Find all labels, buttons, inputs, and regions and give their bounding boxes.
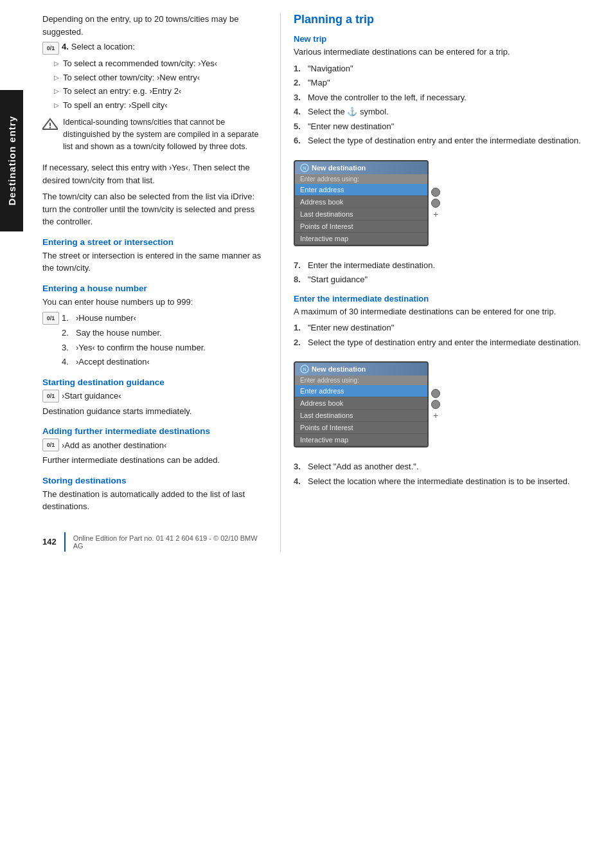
svg-text:N: N xyxy=(303,166,306,170)
right-column: Planning a trip New trip Various interme… xyxy=(280,13,594,552)
ctrl-plus-icon: + xyxy=(433,210,438,219)
svg-text:N: N xyxy=(303,367,306,372)
steps-7-8: 7. Enter the intermediate destination. 8… xyxy=(294,259,594,286)
enter-intermediate-intro: A maximum of 30 intermediate destination… xyxy=(294,305,594,318)
starting-step: ›Start guidance‹ xyxy=(62,391,121,401)
page-number: 142 xyxy=(42,537,57,547)
street-text: The street or intersection is entered in… xyxy=(42,249,267,275)
idrive-icon-step4: 0/1 xyxy=(42,42,59,55)
svg-point-2 xyxy=(49,127,51,128)
main-heading: Planning a trip xyxy=(294,13,594,26)
screen1-item-enter-address: Enter address xyxy=(295,184,427,196)
idrive-icon-start: 0/1 xyxy=(42,390,59,402)
screen2-title: New destination xyxy=(312,365,366,373)
right-step-7: 7. Enter the intermediate destination. xyxy=(294,259,594,272)
step4-text: Select a location: xyxy=(71,42,135,51)
right-step-4b: 4. Select the location where the interme… xyxy=(294,475,594,488)
screen1-item-address-book: Address book xyxy=(295,196,427,208)
screen-mockup-2-container: N New destination Enter address using: E… xyxy=(294,355,594,454)
steps-3-4-right: 3. Select "Add as another dest.". 4. Sel… xyxy=(294,460,594,487)
screen2-item-address-book: Address book xyxy=(295,397,427,410)
screen1-subtitle: Enter address using: xyxy=(295,174,427,184)
screen2-item-map: Interactive map xyxy=(295,434,427,446)
house-step-3: 3. ›Yes‹ to confirm the house number. xyxy=(42,341,267,354)
sidebar-label: Destination entry xyxy=(0,90,23,231)
screen2-side-controls: + xyxy=(431,389,440,420)
note-text-3: The town/city can also be selected from … xyxy=(42,190,267,228)
ctrl-btn-left-2 xyxy=(431,389,440,398)
screen2-item-poi: Points of Interest xyxy=(295,422,427,434)
ctrl-btn-right xyxy=(431,199,440,208)
screen1-side-controls: + xyxy=(431,188,440,219)
screen-mockup-1: N New destination Enter address using: E… xyxy=(294,160,429,246)
bullet-item-new: To select other town/city: ›New entry‹ xyxy=(54,71,267,84)
storing-text: The destination is automatically added t… xyxy=(42,488,267,513)
right-step-6: 6. Select the type of destination entry … xyxy=(294,134,594,147)
adding-heading: Adding further intermediate destinations xyxy=(42,426,267,436)
ctrl-plus-icon-2: + xyxy=(433,411,438,420)
right-step-3b: 3. Select "Add as another dest.". xyxy=(294,460,594,473)
right-step-1: 1. "Navigation" xyxy=(294,62,594,75)
note-text-2: If necessary, select this entry with ›Ye… xyxy=(42,161,267,186)
note-triangle-icon xyxy=(42,116,58,132)
note-text-1: Identical-sounding towns/cities that can… xyxy=(63,116,267,152)
screen2-menu: Enter address Address book Last destinat… xyxy=(295,385,427,446)
house-step-1: 0/1 1. ›House number‹ xyxy=(42,312,267,325)
footer-divider xyxy=(64,532,66,552)
enter-intermediate-steps: 1. "Enter new destination" 2. Select the… xyxy=(294,321,594,348)
right-step-5: 5. "Enter new destination" xyxy=(294,120,594,133)
intro-text: Depending on the entry, up to 20 towns/c… xyxy=(42,13,267,38)
bullet-item-yes: To select a recommended town/city: ›Yes‹ xyxy=(54,57,267,70)
street-heading: Entering a street or intersection xyxy=(42,237,267,247)
adding-text: Further intermediate destinations can be… xyxy=(42,454,267,467)
nav-icon-2: N xyxy=(300,365,309,374)
screen-mockup-1-container: N New destination Enter address using: E… xyxy=(294,154,594,253)
ctrl-btn-left xyxy=(431,188,440,197)
new-trip-intro: Various intermediate destinations can be… xyxy=(294,46,594,59)
starting-text: Destination guidance starts immediately. xyxy=(42,405,267,418)
screen1-title-bar: N New destination xyxy=(295,161,427,174)
right-step-2: 2. "Map" xyxy=(294,77,594,89)
screen1-item-poi: Points of Interest xyxy=(295,221,427,233)
right-step-8: 8. "Start guidance" xyxy=(294,273,594,286)
new-trip-steps: 1. "Navigation" 2. "Map" 3. Move the con… xyxy=(294,62,594,147)
bullet-item-spell: To spell an entry: ›Spell city‹ xyxy=(54,99,267,112)
select-location-options: To select a recommended town/city: ›Yes‹… xyxy=(54,57,267,111)
house-heading: Entering a house number xyxy=(42,284,267,293)
storing-heading: Storing destinations xyxy=(42,476,267,485)
idrive-icon-add: 0/1 xyxy=(42,439,59,451)
adding-step: ›Add as another destination‹ xyxy=(62,440,166,450)
screen2-subtitle: Enter address using: xyxy=(295,375,427,385)
ctrl-btn-right-2 xyxy=(431,400,440,409)
screen-mockup-2: N New destination Enter address using: E… xyxy=(294,361,429,448)
nav-icon: N xyxy=(300,163,309,172)
screen1-title: New destination xyxy=(312,164,366,172)
starting-heading: Starting destination guidance xyxy=(42,377,267,387)
note-box-1: Identical-sounding towns/cities that can… xyxy=(42,116,267,156)
page-footer: 142 Online Edition for Part no. 01 41 2 … xyxy=(42,526,267,552)
right-step-4: 4. Select the ⚓ symbol. xyxy=(294,105,594,118)
screen2-item-enter-address: Enter address xyxy=(295,385,427,397)
enter-step-1: 1. "Enter new destination" xyxy=(294,321,594,334)
house-step-4: 4. ›Accept destination‹ xyxy=(42,356,267,368)
footer-text: Online Edition for Part no. 01 41 2 604 … xyxy=(73,534,267,550)
house-step-2: 2. Say the house number. xyxy=(42,327,267,339)
screen1-item-map: Interactive map xyxy=(295,233,427,245)
step4-label: 4. xyxy=(62,42,69,51)
enter-step-2: 2. Select the type of destination entry … xyxy=(294,336,594,349)
new-trip-heading: New trip xyxy=(294,34,594,44)
screen1-menu: Enter address Address book Last destinat… xyxy=(295,184,427,245)
idrive-icon-house: 0/1 xyxy=(42,312,59,325)
right-step-3: 3. Move the controller to the left, if n… xyxy=(294,91,594,104)
house-number-steps: 0/1 1. ›House number‹ 2. Say the house n… xyxy=(42,312,267,368)
enter-intermediate-heading: Enter the intermediate destination xyxy=(294,294,594,303)
screen1-item-last-dest: Last destinations xyxy=(295,208,427,221)
left-column: Depending on the entry, up to 20 towns/c… xyxy=(42,13,280,552)
screen2-item-last-dest: Last destinations xyxy=(295,410,427,422)
house-intro: You can enter house numbers up to 999: xyxy=(42,296,267,309)
screen2-title-bar: N New destination xyxy=(295,363,427,375)
bullet-item-entry: To select an entry: e.g. ›Entry 2‹ xyxy=(54,85,267,98)
